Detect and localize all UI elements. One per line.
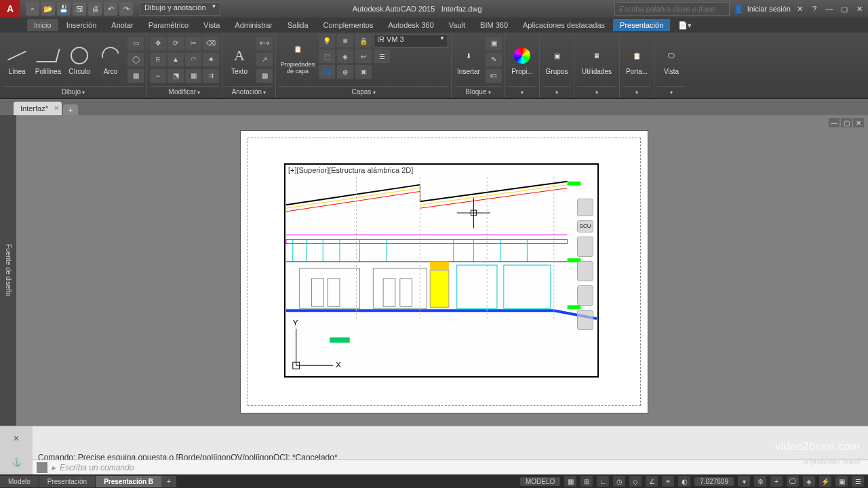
panel-util-expand[interactable] bbox=[577, 86, 616, 97]
ortho-icon[interactable]: ∟ bbox=[597, 476, 609, 487]
layout-tab-modelo[interactable]: Modelo bbox=[0, 476, 39, 487]
tab-inserción[interactable]: Inserción bbox=[60, 19, 104, 31]
panel-draw-title[interactable]: Dibujo bbox=[3, 86, 144, 97]
pan-icon[interactable] bbox=[577, 261, 593, 281]
workspace-selector[interactable]: Dibujo y anotación bbox=[140, 2, 220, 16]
ucs-icon[interactable]: SCU bbox=[577, 220, 593, 232]
monitor-icon[interactable]: 🖵 bbox=[787, 476, 799, 487]
ellipse-button[interactable]: ◯ bbox=[127, 53, 144, 66]
snap-icon[interactable]: ⊞ bbox=[580, 476, 593, 487]
osnap-icon[interactable]: ◇ bbox=[629, 476, 642, 487]
viewport[interactable]: [+][Superior][Estructura alámbrica 2D] bbox=[284, 163, 599, 378]
tab-salida[interactable]: Salida bbox=[281, 19, 315, 31]
layer-iso-button[interactable]: ◈ bbox=[337, 49, 353, 63]
scale-button[interactable]: ⬔ bbox=[167, 69, 184, 83]
rotate-button[interactable]: ⟳ bbox=[167, 37, 184, 50]
help-icon[interactable]: ? bbox=[808, 3, 821, 15]
viewcube[interactable] bbox=[577, 199, 593, 216]
fillet-button[interactable]: ◠ bbox=[185, 53, 201, 66]
copy-button[interactable]: ⎘ bbox=[150, 53, 166, 66]
arc-button[interactable]: Arco bbox=[96, 45, 125, 75]
insert-button[interactable]: ⬇Insertar bbox=[454, 45, 483, 75]
isolate-icon[interactable]: ◈ bbox=[803, 476, 815, 487]
vp-maximize-icon[interactable]: ▢ bbox=[841, 118, 852, 127]
layer-freeze-icon[interactable]: ❄ bbox=[337, 34, 353, 47]
view-button[interactable]: 🖵Vista bbox=[657, 45, 686, 75]
tab-extra[interactable]: 📄▾ bbox=[671, 19, 698, 32]
close-tab-icon[interactable]: ✕ bbox=[54, 104, 59, 112]
signin-label[interactable]: Iniciar sesión bbox=[747, 5, 791, 13]
tab-administrar[interactable]: Administrar bbox=[228, 19, 279, 31]
line-button[interactable]: Línea bbox=[3, 45, 31, 75]
polyline-button[interactable]: Polilínea bbox=[34, 45, 62, 75]
plus-icon[interactable]: + bbox=[770, 476, 783, 487]
rect-button[interactable]: ▭ bbox=[127, 37, 144, 50]
add-layout-button[interactable]: + bbox=[161, 476, 176, 487]
signin-icon[interactable]: 👤 bbox=[732, 3, 745, 15]
erase-button[interactable]: ⌫ bbox=[203, 37, 219, 50]
cmd-close-icon[interactable]: ✕ bbox=[13, 434, 20, 443]
tab-complementos[interactable]: Complementos bbox=[317, 19, 380, 31]
panel-props-expand[interactable] bbox=[508, 86, 536, 97]
panel-groups-expand[interactable] bbox=[542, 86, 571, 97]
customize-icon[interactable]: ☰ bbox=[852, 476, 864, 487]
dim-button[interactable]: ⟷ bbox=[256, 37, 273, 50]
mirror-button[interactable]: ▲ bbox=[167, 53, 184, 66]
mode-indicator[interactable]: MODELO bbox=[520, 477, 560, 486]
layer-props-button[interactable]: 📋Propiedades de capa bbox=[279, 38, 317, 75]
layout-tab-presentación-b[interactable]: Presentación B bbox=[96, 476, 161, 487]
save-icon[interactable]: 💾 bbox=[57, 2, 71, 16]
maximize-icon[interactable]: ▢ bbox=[838, 3, 850, 15]
offset-button[interactable]: ⇉ bbox=[203, 69, 219, 83]
open-icon[interactable]: 📂 bbox=[41, 2, 55, 16]
panel-modify-title[interactable]: Modificar bbox=[150, 86, 219, 97]
groups-button[interactable]: ▣Grupos bbox=[542, 45, 571, 75]
redo-icon[interactable]: ↷ bbox=[119, 2, 133, 16]
layer-selector[interactable]: IR VM 3 bbox=[374, 34, 448, 47]
tab-inicio[interactable]: Inicio bbox=[27, 19, 58, 31]
layer-match-button[interactable]: ⬚ bbox=[319, 49, 335, 63]
tab-bim-360[interactable]: BIM 360 bbox=[473, 19, 515, 31]
text-button[interactable]: ATexto bbox=[225, 45, 254, 75]
app-logo[interactable]: A bbox=[0, 0, 20, 18]
exchange-icon[interactable]: ✕ bbox=[793, 3, 806, 15]
design-feed-palette[interactable]: Fuente de diseño bbox=[0, 115, 16, 426]
orbit-icon[interactable] bbox=[577, 310, 593, 330]
vp-close-icon[interactable]: ✕ bbox=[853, 118, 864, 127]
scale-indicator[interactable]: 7.027609 bbox=[694, 477, 734, 486]
polar-icon[interactable]: ◷ bbox=[613, 476, 625, 487]
transparency-icon[interactable]: ◐ bbox=[678, 476, 690, 487]
tab-autodesk-360[interactable]: Autodesk 360 bbox=[382, 19, 441, 31]
file-tab-current[interactable]: Interfaz*✕ bbox=[14, 102, 62, 115]
annoscale-icon[interactable]: ▾ bbox=[738, 476, 750, 487]
tab-vault[interactable]: Vault bbox=[442, 19, 472, 31]
panel-view-expand[interactable] bbox=[657, 86, 686, 97]
gear-icon[interactable]: ⚙ bbox=[754, 476, 766, 487]
array-button[interactable]: ▦ bbox=[185, 69, 201, 83]
vp-minimize-icon[interactable]: — bbox=[829, 118, 840, 127]
layer-del-button[interactable]: ✖ bbox=[355, 65, 372, 79]
explode-button[interactable]: ✷ bbox=[203, 53, 219, 66]
new-tab-button[interactable]: + bbox=[63, 104, 78, 115]
circle-button[interactable]: Círculo bbox=[65, 45, 94, 75]
tab-presentación[interactable]: Presentación bbox=[613, 19, 670, 31]
tab-anotar[interactable]: Anotar bbox=[104, 19, 140, 31]
stretch-button[interactable]: ↔ bbox=[150, 69, 166, 83]
cmd-handle-icon[interactable]: ⚓ bbox=[12, 458, 22, 467]
command-input[interactable]: Escriba un comando bbox=[60, 463, 134, 472]
hardware-icon[interactable]: ⚡ bbox=[819, 476, 831, 487]
clean-icon[interactable]: ▣ bbox=[835, 476, 848, 487]
properties-button[interactable]: Propi... bbox=[508, 45, 536, 75]
create-block-button[interactable]: ▣ bbox=[486, 37, 502, 50]
trim-button[interactable]: ✂ bbox=[185, 37, 201, 50]
move-button[interactable]: ✥ bbox=[150, 37, 166, 50]
layer-lock-icon[interactable]: 🔒 bbox=[355, 34, 372, 47]
layer-walk-button[interactable]: 👣 bbox=[319, 65, 335, 79]
drawing-area[interactable]: — ▢ ✕ [+][Superior][Estructura alámbrica… bbox=[16, 115, 868, 426]
panel-annotation-title[interactable]: Anotación bbox=[225, 86, 273, 97]
utilities-button[interactable]: 🖩Utilidades bbox=[577, 45, 616, 75]
tab-vista[interactable]: Vista bbox=[197, 19, 226, 31]
close-icon[interactable]: ✕ bbox=[853, 3, 865, 15]
grid-icon[interactable]: ▦ bbox=[564, 476, 576, 487]
search-input[interactable] bbox=[614, 2, 730, 16]
